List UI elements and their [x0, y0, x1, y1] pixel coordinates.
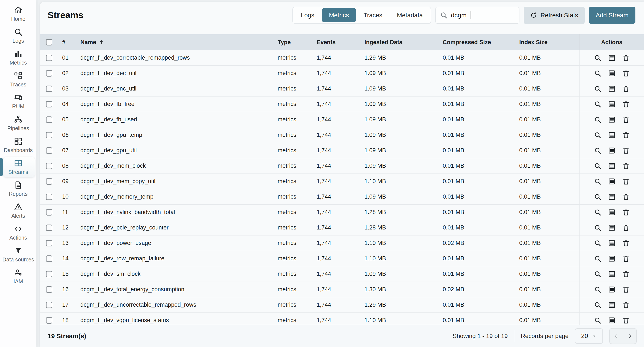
row-checkbox[interactable]	[46, 70, 52, 77]
row-checkbox[interactable]	[46, 286, 52, 293]
next-page-button[interactable]	[623, 328, 636, 343]
explore-stream-button[interactable]	[594, 193, 602, 201]
row-checkbox[interactable]	[46, 178, 52, 185]
stream-details-button[interactable]	[608, 147, 616, 154]
explore-stream-button[interactable]	[594, 270, 602, 278]
row-checkbox[interactable]	[46, 225, 52, 231]
stream-details-button[interactable]	[608, 301, 616, 309]
stream-details-button[interactable]	[608, 100, 616, 108]
delete-stream-button[interactable]	[622, 162, 630, 170]
explore-stream-button[interactable]	[594, 100, 602, 108]
sidebar-item-traces[interactable]: Traces	[0, 69, 36, 91]
stream-details-button[interactable]	[608, 255, 616, 262]
sidebar-item-streams[interactable]: Streams	[0, 156, 36, 178]
row-checkbox[interactable]	[46, 132, 52, 138]
explore-stream-button[interactable]	[594, 116, 602, 124]
sidebar-item-alerts[interactable]: Alerts	[0, 200, 36, 222]
row-checkbox[interactable]	[46, 163, 52, 169]
tab-logs[interactable]: Logs	[294, 8, 321, 22]
explore-stream-button[interactable]	[594, 239, 602, 247]
row-checkbox[interactable]	[46, 255, 52, 262]
delete-stream-button[interactable]	[622, 193, 630, 201]
row-checkbox[interactable]	[46, 317, 52, 324]
stream-details-button[interactable]	[608, 193, 616, 201]
delete-stream-button[interactable]	[622, 85, 630, 93]
sidebar-item-reports[interactable]: Reports	[0, 178, 36, 200]
sidebar-item-data-sources[interactable]: Data sources	[0, 244, 36, 265]
row-checkbox[interactable]	[46, 240, 52, 246]
sidebar-item-home[interactable]: Home	[0, 3, 36, 25]
sidebar-item-dashboards[interactable]: Dashboards	[0, 134, 36, 156]
row-checkbox[interactable]	[46, 116, 52, 123]
delete-stream-button[interactable]	[622, 178, 630, 185]
search-input[interactable]: dcgm	[436, 7, 520, 24]
row-checkbox[interactable]	[46, 209, 52, 216]
explore-stream-button[interactable]	[594, 162, 602, 170]
explore-stream-button[interactable]	[594, 147, 602, 154]
stream-details-button[interactable]	[608, 224, 616, 232]
delete-stream-button[interactable]	[622, 147, 630, 154]
home-icon	[14, 6, 22, 14]
delete-stream-button[interactable]	[622, 208, 630, 216]
list-details-icon	[608, 239, 616, 247]
explore-stream-button[interactable]	[594, 131, 602, 139]
row-checkbox[interactable]	[46, 271, 52, 277]
page-size-dropdown[interactable]: 20	[575, 328, 603, 344]
stream-details-button[interactable]	[608, 270, 616, 278]
delete-stream-button[interactable]	[622, 131, 630, 139]
row-checkbox[interactable]	[46, 302, 52, 308]
stream-details-button[interactable]	[608, 131, 616, 139]
explore-stream-button[interactable]	[594, 54, 602, 62]
explore-stream-button[interactable]	[594, 85, 602, 93]
delete-stream-button[interactable]	[622, 116, 630, 124]
add-stream-button[interactable]: Add Stream	[589, 7, 636, 24]
sidebar-item-actions[interactable]: Actions	[0, 222, 36, 244]
explore-stream-button[interactable]	[594, 208, 602, 216]
delete-stream-button[interactable]	[622, 239, 630, 247]
explore-stream-button[interactable]	[594, 301, 602, 309]
delete-stream-button[interactable]	[622, 316, 630, 324]
select-all-checkbox[interactable]	[46, 39, 52, 46]
row-checkbox[interactable]	[46, 147, 52, 154]
sidebar-item-pipelines[interactable]: Pipelines	[0, 112, 36, 134]
stream-details-button[interactable]	[608, 208, 616, 216]
row-checkbox[interactable]	[46, 86, 52, 92]
stream-details-button[interactable]	[608, 54, 616, 62]
delete-stream-button[interactable]	[622, 301, 630, 309]
row-checkbox[interactable]	[46, 194, 52, 200]
explore-stream-button[interactable]	[594, 255, 602, 262]
streams-page: Home Logs Metrics Traces RUM	[0, 0, 644, 347]
delete-stream-button[interactable]	[622, 70, 630, 77]
sidebar-item-metrics[interactable]: Metrics	[0, 47, 36, 69]
explore-stream-button[interactable]	[594, 224, 602, 232]
delete-stream-button[interactable]	[622, 100, 630, 108]
sidebar-item-iam[interactable]: IAM	[0, 265, 36, 287]
stream-details-button[interactable]	[608, 162, 616, 170]
tab-metadata[interactable]: Metadata	[390, 8, 430, 22]
sidebar-item-logs[interactable]: Logs	[0, 25, 36, 47]
delete-stream-button[interactable]	[622, 286, 630, 293]
stream-details-button[interactable]	[608, 70, 616, 77]
explore-stream-button[interactable]	[594, 316, 602, 324]
row-checkbox[interactable]	[46, 55, 52, 61]
explore-stream-button[interactable]	[594, 70, 602, 77]
tab-traces[interactable]: Traces	[357, 8, 389, 22]
stream-details-button[interactable]	[608, 316, 616, 324]
col-header-name[interactable]: Name	[73, 39, 276, 46]
stream-details-button[interactable]	[608, 116, 616, 124]
tab-metrics[interactable]: Metrics	[322, 8, 356, 22]
refresh-stats-button[interactable]: Refresh Stats	[524, 7, 584, 24]
delete-stream-button[interactable]	[622, 270, 630, 278]
delete-stream-button[interactable]	[622, 54, 630, 62]
explore-stream-button[interactable]	[594, 178, 602, 185]
stream-details-button[interactable]	[608, 178, 616, 185]
row-checkbox[interactable]	[46, 101, 52, 107]
stream-details-button[interactable]	[608, 85, 616, 93]
delete-stream-button[interactable]	[622, 224, 630, 232]
sidebar-item-rum[interactable]: RUM	[0, 91, 36, 112]
delete-stream-button[interactable]	[622, 255, 630, 262]
stream-details-button[interactable]	[608, 286, 616, 293]
explore-stream-button[interactable]	[594, 286, 602, 293]
stream-details-button[interactable]	[608, 239, 616, 247]
prev-page-button[interactable]	[610, 328, 623, 343]
